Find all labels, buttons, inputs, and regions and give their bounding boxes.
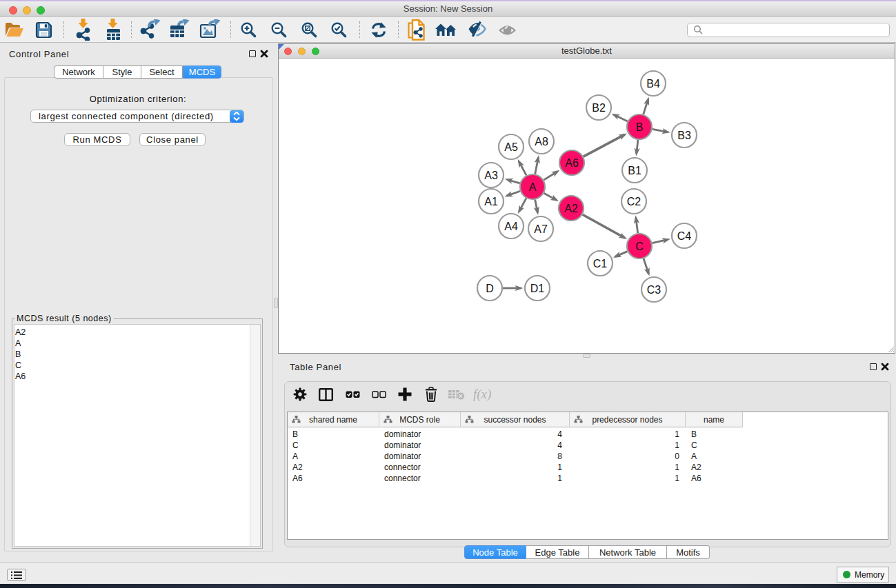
svg-text:C2: C2 <box>627 196 641 207</box>
svg-text:C1: C1 <box>593 258 608 270</box>
svg-text:D1: D1 <box>530 283 545 294</box>
svg-text:A3: A3 <box>484 170 498 181</box>
svg-text:B4: B4 <box>646 78 660 90</box>
svg-text:C4: C4 <box>677 230 692 242</box>
svg-text:D: D <box>486 283 494 294</box>
svg-text:B2: B2 <box>592 102 606 114</box>
svg-text:A2: A2 <box>564 203 578 214</box>
svg-text:A5: A5 <box>504 141 518 153</box>
svg-text:B: B <box>636 121 644 133</box>
svg-text:B3: B3 <box>677 130 691 141</box>
svg-text:A4: A4 <box>504 221 518 232</box>
svg-text:A1: A1 <box>484 196 498 207</box>
svg-text:C: C <box>635 241 644 252</box>
svg-text:A6: A6 <box>565 157 579 169</box>
svg-text:A8: A8 <box>535 136 548 148</box>
svg-text:B1: B1 <box>628 165 641 176</box>
svg-text:C3: C3 <box>647 284 661 296</box>
svg-text:A: A <box>529 181 537 193</box>
svg-text:A7: A7 <box>534 223 548 235</box>
